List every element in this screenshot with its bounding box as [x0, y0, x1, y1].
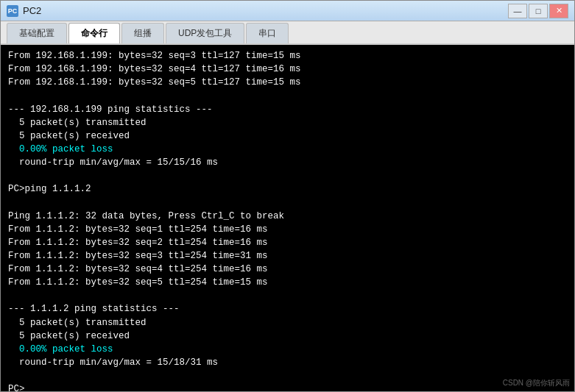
watermark: CSDN @陪你斩风雨 [503, 378, 570, 388]
tab-bar: 基础配置 命令行 组播 UDP发包工具 串口 [1, 21, 574, 45]
close-button[interactable]: ✕ [549, 4, 568, 18]
window-icon: PC [7, 5, 18, 17]
window-title: PC2 [23, 5, 508, 16]
terminal-area[interactable]: From 192.168.1.199: bytes=32 seq=3 ttl=1… [1, 45, 574, 391]
main-window: PC PC2 — □ ✕ 基础配置 命令行 组播 UDP发包工具 串口 From… [0, 0, 575, 392]
tab-multicast[interactable]: 组播 [121, 23, 164, 43]
minimize-button[interactable]: — [508, 4, 527, 18]
tab-cmd[interactable]: 命令行 [68, 23, 120, 43]
terminal-output: From 192.168.1.199: bytes=32 seq=3 ttl=1… [8, 49, 567, 391]
title-bar: PC PC2 — □ ✕ [1, 1, 574, 21]
maximize-button[interactable]: □ [529, 4, 548, 18]
tab-udp[interactable]: UDP发包工具 [166, 23, 244, 43]
title-controls: — □ ✕ [508, 4, 568, 18]
tab-basic[interactable]: 基础配置 [7, 23, 67, 43]
tab-serial[interactable]: 串口 [246, 23, 289, 43]
